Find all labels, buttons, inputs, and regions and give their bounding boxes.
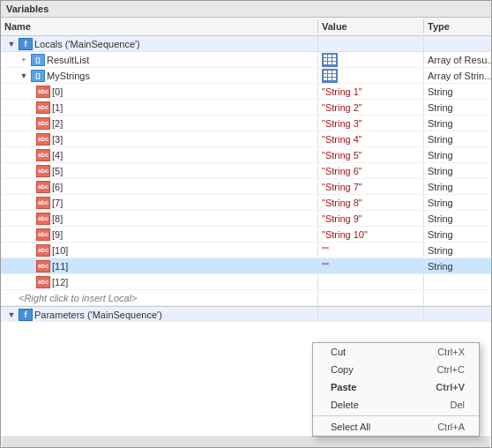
array-icon: [] [31,54,45,66]
row-value: "String 5" [322,150,362,161]
table-row[interactable]: + [] ResultList Array of Resu... [1,52,491,68]
cut-label: Cut [331,347,346,357]
delete-label: Delete [331,399,359,410]
string-icon: abc [36,133,50,146]
table-row[interactable]: abc[7]"String 8"String [1,195,491,211]
row-name: [6] [52,182,63,192]
table-header: Name Value Type [1,18,491,36]
locals-cell-name: ▼ f Locals ('MainSequence') [1,36,318,51]
delete-shortcut: Del [450,399,465,410]
row-value: "String 3" [322,118,362,129]
row-name: [11] [52,261,68,272]
string-icon: abc [36,117,50,130]
col-name-header: Name [1,19,318,34]
paste-shortcut: Ctrl+V [436,382,465,392]
locals-value [318,36,424,51]
row-name: [7] [52,198,63,208]
row-type: String [428,166,453,176]
row-value: "" [322,261,329,272]
row-name: [9] [52,229,63,240]
right-click-hint-row: <Right click to insert Local> [1,290,491,306]
row-name: ResultList [47,55,89,65]
horizontal-scrollbar[interactable] [3,438,489,447]
row-type: String [428,245,453,256]
expand-icon[interactable]: + [19,55,29,65]
string-icon: abc [36,181,50,193]
string-icon: abc [36,260,50,273]
table-row[interactable]: abc[2]"String 3"String [1,116,491,131]
col-type-header: Type [424,19,491,34]
copy-label: Copy [331,364,354,375]
table-row[interactable]: abc[10]""String [1,243,491,258]
locals-label: Locals ('MainSequence') [34,39,140,49]
row-type: String [428,118,453,129]
params-label: Parameters ('MainSequence') [34,310,162,320]
row-name: [2] [52,118,63,129]
row-type: String [428,229,453,240]
array-value-icon [322,69,338,83]
row-type: String [428,102,453,113]
row-name: [4] [52,150,63,161]
table-row[interactable]: abc[1]"String 2"String [1,100,491,116]
row-value: "" [322,245,329,256]
table-row[interactable]: abc[3]"String 4"String [1,131,491,147]
context-menu-paste[interactable]: Paste Ctrl+V [313,378,479,396]
row-type: String [428,134,453,145]
row-value: "String 8" [322,198,362,208]
bottom-scrollbar[interactable] [1,437,491,447]
table-row[interactable]: abc[0]"String 1"String [1,84,491,100]
row-type: String [428,150,453,161]
params-section-header[interactable]: ▼ f Parameters ('MainSequence') [1,306,491,322]
row-type: String [428,182,453,192]
context-menu-delete[interactable]: Delete Del [313,396,479,414]
context-menu-separator [313,415,479,416]
panel-title: Variables [1,1,491,18]
table-row[interactable]: abc[8]"String 9"String [1,211,491,227]
row-name: [1] [52,102,63,113]
row-name: [3] [52,134,63,145]
row-type: Array of Strin... [428,71,491,81]
array-value-icon [322,53,338,67]
string-icon: abc [36,165,50,177]
table-row[interactable]: abc[4]"String 5"String [1,147,491,163]
context-menu[interactable]: Cut Ctrl+X Copy Ctrl+C Paste Ctrl+V Dele… [312,342,480,437]
row-value: "String 1" [322,86,362,97]
table-row[interactable]: abc[6]"String 7"String [1,179,491,195]
locals-collapse-icon[interactable]: ▼ [6,39,17,49]
row-type: String [428,261,453,272]
string-icon: abc [36,149,50,161]
table-row[interactable]: abc[5]"String 6"String [1,163,491,179]
string-icon: abc [36,197,50,209]
copy-shortcut: Ctrl+C [437,364,465,375]
row-name: [5] [52,166,63,176]
row-value: "String 2" [322,102,362,113]
row-name: [12] [52,277,68,287]
row-value: "String 7" [322,182,362,192]
context-menu-cut[interactable]: Cut Ctrl+X [313,343,479,361]
params-icon: f [19,309,33,321]
table-row[interactable]: ▼ [] MyStrings Array of Strin... [1,68,491,84]
row-type: String [428,86,453,97]
string-icon: abc [36,86,50,98]
row-name: [0] [52,86,63,97]
locals-icon: f [19,38,33,50]
params-collapse-icon[interactable]: ▼ [6,310,17,320]
locals-section-header[interactable]: ▼ f Locals ('MainSequence') [1,36,491,52]
table-row[interactable]: abc[11]""String [1,258,491,274]
col-value-header: Value [318,19,424,34]
locals-type [424,36,491,51]
string-icon: abc [36,213,50,225]
row-type: String [428,198,453,208]
row-name: [10] [52,245,68,256]
string-icon: abc [36,101,50,114]
row-value: "String 9" [322,213,362,224]
context-menu-copy[interactable]: Copy Ctrl+C [313,361,479,378]
table-row[interactable]: abc[12] [1,274,491,290]
table-row[interactable]: abc[9]"String 10"String [1,227,491,243]
expand-icon[interactable]: ▼ [19,71,29,81]
select-all-label: Select All [331,422,370,432]
row-name: MyStrings [47,71,90,81]
cut-shortcut: Ctrl+X [437,347,465,357]
row-type: Array of Resu... [428,55,491,65]
context-menu-select-all[interactable]: Select All Ctrl+A [313,418,479,436]
